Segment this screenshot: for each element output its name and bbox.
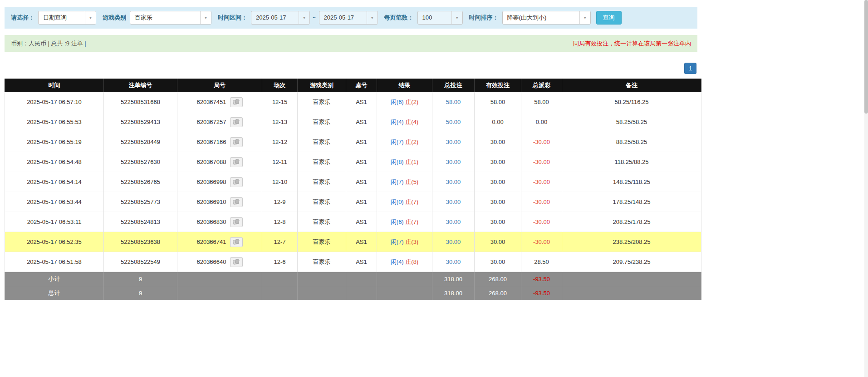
cell-result: 闲(8) 庄(1): [377, 152, 432, 172]
cell-total-bet[interactable]: 30.00: [432, 172, 475, 192]
column-header: 桌号: [346, 79, 377, 92]
query-button[interactable]: 查询: [596, 11, 622, 25]
cell-table-no: AS1: [346, 172, 377, 192]
cell-round: 620367088: [177, 152, 262, 172]
round-detail-button[interactable]: [230, 237, 243, 247]
date-from-select[interactable]: 2025-05-17 ▼: [251, 11, 310, 25]
result-banker: 庄(2): [405, 99, 418, 105]
select-type-label: 请选择：: [11, 14, 34, 22]
range-separator: ~: [313, 15, 316, 21]
round-detail-button[interactable]: [230, 157, 243, 167]
cards-icon: [233, 239, 240, 245]
cell-table-no: AS1: [346, 112, 377, 132]
table-row[interactable]: 2025-05-17 06:54:14522508526765620366998…: [5, 172, 701, 192]
cell-result: 闲(0) 庄(7): [377, 192, 432, 212]
date-to-select[interactable]: 2025-05-17 ▼: [319, 11, 378, 25]
game-type-select[interactable]: 百家乐 ▼: [130, 11, 211, 25]
round-detail-button[interactable]: [230, 117, 243, 127]
cell-total-bet[interactable]: 30.00: [432, 232, 475, 252]
summary-empty-cell: [298, 286, 346, 300]
table-row[interactable]: 2025-05-17 06:51:58522508522549620366640…: [5, 252, 701, 272]
result-banker: 庄(1): [405, 159, 418, 165]
cell-total-bet[interactable]: 58.00: [432, 92, 475, 112]
result-player: 闲(4): [391, 258, 404, 265]
round-number: 620366640: [196, 258, 226, 265]
summary-empty-cell: [177, 272, 262, 286]
cell-valid-bet: 30.00: [475, 132, 521, 152]
round-detail-button[interactable]: [230, 217, 243, 227]
round-detail-button[interactable]: [230, 197, 243, 207]
cell-total-bet[interactable]: 30.00: [432, 192, 475, 212]
column-header: 有效投注: [475, 79, 521, 92]
cell-session: 12-6: [262, 252, 298, 272]
time-sort-select[interactable]: 降幂(由大到小) ▼: [502, 11, 591, 25]
currency-summary-text: 币别：人民币 | 总共 :9 注单 |: [11, 40, 86, 48]
page-size-select[interactable]: 100 ▼: [417, 11, 463, 25]
summary-payout: -93.50: [521, 286, 562, 300]
cell-game-type: 百家乐: [298, 252, 346, 272]
column-header: 游戏类别: [298, 79, 346, 92]
cell-round: 620367451: [177, 92, 262, 112]
notice-text: 同局有效投注，统一计算在该局第一张注单内: [573, 40, 691, 48]
round-detail-button[interactable]: [230, 137, 243, 147]
chevron-down-icon: ▼: [85, 11, 96, 24]
result-banker: 庄(8): [405, 258, 418, 265]
cell-note: 178.25/148.25: [562, 192, 701, 212]
cell-note: 88.25/58.25: [562, 132, 701, 152]
table-row[interactable]: 2025-05-17 06:55:53522508529413620367257…: [5, 112, 701, 132]
cards-icon: [233, 179, 240, 185]
cell-valid-bet: 58.00: [475, 92, 521, 112]
cell-total-bet[interactable]: 30.00: [432, 152, 475, 172]
cell-note: 208.25/178.25: [562, 212, 701, 232]
table-row[interactable]: 2025-05-17 06:55:19522508528449620367166…: [5, 132, 701, 152]
scrollbar-thumb[interactable]: [864, 0, 868, 114]
table-row[interactable]: 2025-05-17 06:57:10522508531668620367451…: [5, 92, 701, 112]
cell-round: 620366910: [177, 192, 262, 212]
round-number: 620367257: [196, 119, 226, 125]
cell-total-bet[interactable]: 30.00: [432, 212, 475, 232]
scrollbar[interactable]: [864, 0, 868, 377]
page-size-value: 100: [418, 11, 451, 24]
cell-note: 238.25/208.25: [562, 232, 701, 252]
summary-empty-cell: [562, 286, 701, 300]
cell-total-bet[interactable]: 30.00: [432, 252, 475, 272]
cell-session: 12-8: [262, 212, 298, 232]
summary-valid-bet: 268.00: [475, 272, 521, 286]
query-type-select[interactable]: 日期查询 ▼: [38, 11, 96, 25]
cell-payout: -30.00: [521, 192, 562, 212]
table-row[interactable]: 2025-05-17 06:53:11522508524813620366830…: [5, 212, 701, 232]
summary-row: 总计9318.00268.00-93.50: [5, 286, 701, 300]
cell-valid-bet: 30.00: [475, 212, 521, 232]
page-button-1[interactable]: 1: [684, 63, 696, 74]
cell-game-type: 百家乐: [298, 232, 346, 252]
round-detail-button[interactable]: [230, 97, 243, 107]
cell-round: 620366998: [177, 172, 262, 192]
cell-payout: 58.00: [521, 92, 562, 112]
result-player: 闲(7): [391, 238, 404, 245]
round-detail-button[interactable]: [230, 177, 243, 187]
page-size-label: 每页笔数：: [384, 14, 414, 22]
round-detail-button[interactable]: [230, 257, 243, 267]
betting-records-page: 请选择： 日期查询 ▼ 游戏类别 百家乐 ▼ 时间区间： 2025-05-17 …: [0, 0, 697, 300]
table-row[interactable]: 2025-05-17 06:54:48522508527630620367088…: [5, 152, 701, 172]
table-row[interactable]: 2025-05-17 06:53:44522508525773620366910…: [5, 192, 701, 212]
cell-round: 620367257: [177, 112, 262, 132]
chevron-down-icon: ▼: [579, 11, 590, 24]
cell-session: 12-7: [262, 232, 298, 252]
table-footer: 小计9318.00268.00-93.50总计9318.00268.00-93.…: [5, 272, 701, 300]
summary-empty-cell: [346, 286, 377, 300]
summary-count: 9: [104, 272, 177, 286]
cell-session: 12-13: [262, 112, 298, 132]
cell-payout: -30.00: [521, 132, 562, 152]
cell-payout: 28.50: [521, 252, 562, 272]
cell-total-bet[interactable]: 50.00: [432, 112, 475, 132]
result-player: 闲(8): [391, 159, 404, 165]
cell-note: 58.25/58.25: [562, 112, 701, 132]
column-header: 总投注: [432, 79, 475, 92]
cell-time: 2025-05-17 06:55:19: [5, 132, 104, 152]
cell-time: 2025-05-17 06:55:53: [5, 112, 104, 132]
cell-total-bet[interactable]: 30.00: [432, 132, 475, 152]
result-player: 闲(6): [391, 218, 404, 225]
cell-time: 2025-05-17 06:53:44: [5, 192, 104, 212]
table-row[interactable]: 2025-05-17 06:52:35522508523638620366741…: [5, 232, 701, 252]
